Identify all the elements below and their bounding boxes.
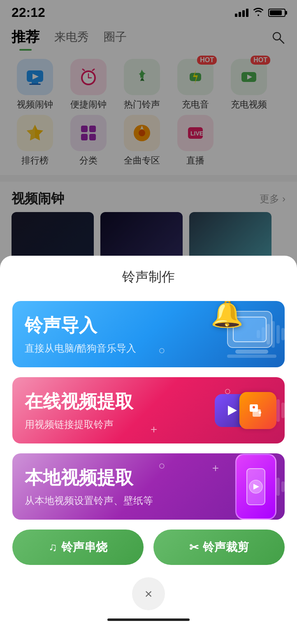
card-import[interactable]: + ○ 铃声导入 直接从电脑/酷狗音乐导入 🔔 bbox=[12, 301, 285, 367]
medley-icon: ♫ bbox=[49, 541, 57, 554]
card-local-title: 本地视频提取 bbox=[25, 466, 272, 490]
bottom-buttons: ♫ 铃声串烧 ✂ 铃声裁剪 bbox=[12, 530, 285, 565]
close-button[interactable]: × bbox=[132, 577, 165, 610]
card-local-subtitle: 从本地视频设置铃声、壁纸等 bbox=[25, 494, 272, 507]
scissors-icon: ✂ bbox=[189, 541, 199, 554]
card-local-video[interactable]: + ○ 本地视频提取 从本地视频设置铃声、壁纸等 bbox=[12, 453, 285, 520]
card-import-title: 铃声导入 bbox=[25, 313, 272, 338]
close-icon: × bbox=[145, 586, 153, 602]
card-online-subtitle: 用视频链接提取铃声 bbox=[25, 418, 272, 431]
card-import-subtitle: 直接从电脑/酷狗音乐导入 bbox=[25, 342, 272, 355]
modal-title: 铃声制作 bbox=[12, 268, 285, 286]
medley-button[interactable]: ♫ 铃声串烧 bbox=[12, 530, 144, 565]
close-button-wrap: × bbox=[12, 577, 285, 610]
medley-label: 铃声串烧 bbox=[61, 539, 107, 555]
modal-sheet: 铃声制作 + ○ 铃声导入 直接从电脑/酷狗音乐导入 🔔 bbox=[0, 256, 297, 644]
card-online-title: 在线视频提取 bbox=[25, 390, 272, 414]
trim-label: 铃声裁剪 bbox=[203, 539, 249, 555]
trim-button[interactable]: ✂ 铃声裁剪 bbox=[153, 530, 285, 565]
card-online-video[interactable]: ○ + 在线视频提取 用视频链接提取铃声 bbox=[12, 377, 285, 443]
home-indicator bbox=[12, 618, 285, 628]
home-bar bbox=[107, 618, 190, 621]
